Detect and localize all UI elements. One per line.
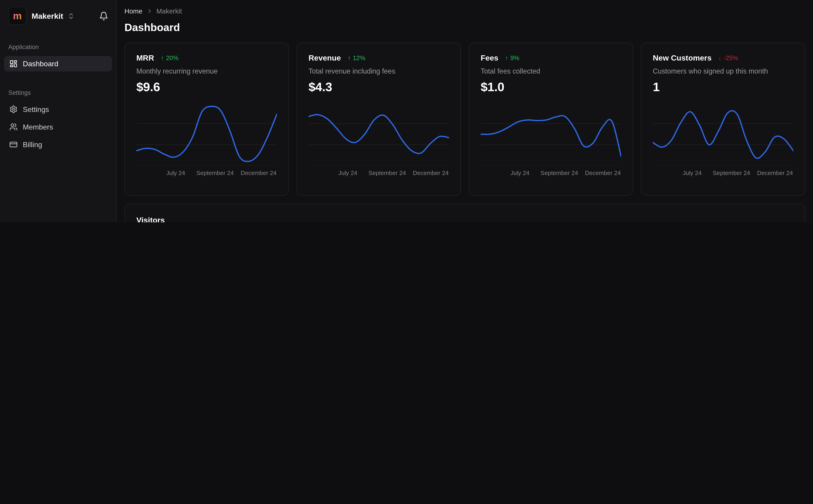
axis-tick: September 24 <box>196 170 234 176</box>
app-root: m Makerkit Application Dashboard Setting… <box>0 0 813 222</box>
arrow-down-icon: ↓ <box>718 54 722 61</box>
trend-badge: ↑20% <box>161 54 178 61</box>
stat-value: $4.3 <box>309 80 449 94</box>
dashboard-grid-icon <box>9 60 18 68</box>
stat-value: $1.0 <box>481 80 621 94</box>
stat-subtitle: Total fees collected <box>481 67 621 75</box>
stat-card-new-customers: New Customers ↓-25% Customers who signed… <box>641 42 805 196</box>
arrow-up-icon: ↑ <box>161 54 164 61</box>
sidebar-item-billing[interactable]: Billing <box>4 137 112 152</box>
stat-cards-row: MRR ↑20% Monthly recurring revenue $9.6 … <box>124 42 805 196</box>
trend-value: -25% <box>724 54 738 61</box>
axis-tick: December 24 <box>413 170 449 176</box>
stat-subtitle: Total revenue including fees <box>309 67 449 75</box>
chevrons-up-down-icon[interactable] <box>67 12 74 19</box>
nav-section-application: Application <box>4 43 112 56</box>
breadcrumb-current[interactable]: Makerkit <box>156 7 182 15</box>
chevron-right-icon <box>146 8 153 14</box>
x-axis-labels: July 24 September 24 December 24 <box>309 168 449 178</box>
makerkit-logo: m <box>8 7 26 25</box>
breadcrumb: Home Makerkit <box>124 7 805 15</box>
nav-label: Settings <box>23 105 49 113</box>
stat-title-row: New Customers ↓-25% <box>653 53 793 62</box>
axis-tick: July 24 <box>683 170 702 176</box>
sidebar-item-members[interactable]: Members <box>4 119 112 135</box>
x-axis-labels: July 24 September 24 December 24 <box>653 168 793 178</box>
axis-tick: September 24 <box>368 170 406 176</box>
axis-tick: December 24 <box>757 170 793 176</box>
arrow-up-icon: ↑ <box>348 54 351 61</box>
stat-value: 1 <box>653 80 793 94</box>
axis-tick: December 24 <box>241 170 277 176</box>
trend-badge: ↑12% <box>348 54 365 61</box>
mrr-sparkline-chart <box>136 103 277 166</box>
x-axis-labels: July 24 September 24 December 24 <box>481 168 621 178</box>
team-name: Makerkit <box>32 11 63 20</box>
trend-value: 9% <box>510 54 519 61</box>
stat-title-row: Revenue ↑12% <box>309 53 449 62</box>
axis-tick: September 24 <box>541 170 578 176</box>
trend-badge: ↓-25% <box>718 54 738 61</box>
page-title: Dashboard <box>124 21 805 34</box>
x-axis-labels: July 24 September 24 December 24 <box>136 168 277 178</box>
new-customers-sparkline-chart <box>653 103 793 166</box>
users-icon <box>9 123 18 131</box>
axis-tick: September 24 <box>713 170 750 176</box>
stat-card-revenue: Revenue ↑12% Total revenue including fee… <box>297 42 461 196</box>
logo-letter: m <box>13 11 22 21</box>
sidebar-header: m Makerkit <box>0 0 116 29</box>
axis-tick: July 24 <box>166 170 185 176</box>
stat-title: MRR <box>136 53 154 62</box>
stat-title: Revenue <box>309 53 341 62</box>
trend-value: 12% <box>353 54 365 61</box>
stat-title: New Customers <box>653 53 712 62</box>
nav-label: Members <box>23 123 53 131</box>
fees-sparkline-chart <box>481 103 621 166</box>
stat-title-row: Fees ↑9% <box>481 53 621 62</box>
stat-value: $9.6 <box>136 80 277 94</box>
stat-title: Fees <box>481 53 498 62</box>
stat-subtitle: Monthly recurring revenue <box>136 67 277 75</box>
sidebar: m Makerkit Application Dashboard Setting… <box>0 0 117 222</box>
notifications-bell-icon[interactable] <box>99 11 108 21</box>
visitors-panel: Visitors Showing total visitors for the … <box>124 204 805 222</box>
nav-section-settings: Settings <box>4 89 112 101</box>
axis-tick: July 24 <box>339 170 357 176</box>
trend-value: 20% <box>166 54 178 61</box>
gear-icon <box>9 105 18 113</box>
stat-card-fees: Fees ↑9% Total fees collected $1.0 July … <box>469 42 633 196</box>
main-content: Home Makerkit Dashboard MRR ↑20% Monthly… <box>117 0 813 222</box>
nav-label: Dashboard <box>23 60 58 68</box>
arrow-up-icon: ↑ <box>505 54 508 61</box>
stat-card-mrr: MRR ↑20% Monthly recurring revenue $9.6 … <box>124 42 289 196</box>
sidebar-nav: Application Dashboard Settings Settings <box>0 29 116 222</box>
stat-subtitle: Customers who signed up this month <box>653 67 793 75</box>
revenue-sparkline-chart <box>309 103 449 166</box>
credit-card-icon <box>9 140 18 149</box>
trend-badge: ↑9% <box>505 54 519 61</box>
breadcrumb-home-link[interactable]: Home <box>124 7 142 15</box>
sidebar-item-settings[interactable]: Settings <box>4 101 112 117</box>
visitors-title: Visitors <box>136 215 793 222</box>
nav-label: Billing <box>23 140 42 149</box>
axis-tick: July 24 <box>510 170 529 176</box>
sidebar-item-dashboard[interactable]: Dashboard <box>4 56 112 72</box>
nav-spacer <box>4 74 112 89</box>
stat-title-row: MRR ↑20% <box>136 53 277 62</box>
axis-tick: December 24 <box>585 170 621 176</box>
